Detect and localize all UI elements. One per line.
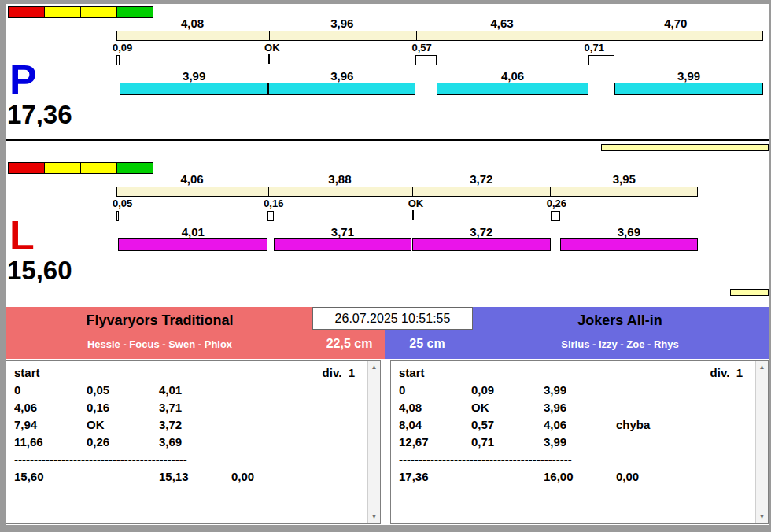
- status-light: [81, 7, 117, 17]
- table-row: 7,94OK3,72: [14, 416, 367, 434]
- table-cell: 4,08: [399, 399, 471, 416]
- table-row: 4,060,163,71: [14, 399, 367, 416]
- progress-bar-top: [601, 144, 769, 151]
- table-cell: [231, 434, 326, 451]
- change-ok-tick: [412, 210, 414, 220]
- table-row: 8,040,574,06chyba: [399, 416, 755, 434]
- table-cell: 8,04: [399, 416, 471, 434]
- status-light: [45, 7, 81, 17]
- change-time-label: 0,05: [113, 198, 132, 209]
- table-header-start: start: [14, 364, 40, 382]
- table-total-cell: 15,60: [14, 468, 87, 486]
- change-error-box: [116, 55, 120, 65]
- table-cell: 11,66: [14, 434, 87, 451]
- split-labels-row: 4,063,883,723,95: [116, 172, 698, 186]
- run-bar: [412, 238, 551, 251]
- results-text: startdiv. 100,054,014,060,163,717,94OK3,…: [6, 361, 367, 523]
- run-bar: [268, 83, 415, 95]
- table-cell: [231, 382, 326, 399]
- table-cell: 3,72: [159, 416, 231, 434]
- jump-height-right: 25 cm: [391, 334, 463, 353]
- results-panel-right[interactable]: startdiv. 100,093,994,08OK3,968,040,574,…: [390, 360, 769, 524]
- lane-total-time: 15,60: [7, 257, 72, 283]
- table-cell: 0: [14, 382, 87, 399]
- datetime-display: 26.07.2025 10:51:55: [312, 307, 473, 330]
- status-light: [81, 163, 117, 173]
- timeline-area: 4,063,883,723,95 0,050,16OK0,26 4,013,71…: [116, 160, 763, 287]
- table-cell: 12,67: [399, 434, 471, 451]
- split-divider: [588, 31, 588, 40]
- table-total-cell: 17,36: [399, 468, 471, 486]
- table-divider-row: ----------------------------------------…: [399, 451, 755, 468]
- change-error-box: [415, 55, 437, 65]
- change-time-label: OK: [264, 42, 280, 54]
- timeline: 4,063,883,723,95 0,050,16OK0,26 4,013,71…: [116, 160, 698, 287]
- table-row: 12,670,713,99: [399, 434, 755, 451]
- table-cell: 3,96: [544, 399, 616, 416]
- change-error-box: [588, 55, 615, 65]
- run-time-label: 4,01: [118, 225, 267, 238]
- split-divider: [416, 31, 417, 40]
- table-row: 11,660,263,69: [14, 434, 367, 451]
- run-bar: [274, 238, 412, 251]
- team-members: Hessie - Focus - Swen - Phlox: [6, 338, 314, 350]
- table-cell: [616, 382, 710, 399]
- table-header-division: div. 1: [323, 364, 355, 382]
- split-divider: [269, 31, 270, 40]
- window-border-bottom: [0, 525, 771, 532]
- results-text: startdiv. 100,093,994,08OK3,968,040,574,…: [391, 361, 755, 523]
- run-labels-row: 4,013,713,723,69: [116, 225, 698, 238]
- change-time-label: 0,09: [113, 42, 132, 54]
- table-header-division: div. 1: [710, 364, 743, 382]
- status-light: [9, 7, 45, 17]
- table-cell: [616, 434, 710, 451]
- split-divider: [550, 187, 551, 196]
- change-error-box: [267, 211, 274, 221]
- table-cell: 3,99: [544, 382, 616, 399]
- change-marks-row: [116, 54, 763, 65]
- table-totals-row: 15,6015,130,00: [14, 468, 367, 486]
- jump-height-left: 22,5 cm: [314, 334, 385, 353]
- table-cell: [231, 399, 326, 416]
- lane-letter: L: [9, 215, 35, 256]
- run-bar: [120, 83, 268, 95]
- vertical-scrollbar[interactable]: ▲ ▼: [367, 361, 380, 523]
- table-cell: 3,69: [159, 434, 231, 451]
- run-bars-row: [116, 83, 763, 95]
- status-light: [45, 163, 81, 173]
- table-total-cell: 15,13: [159, 468, 231, 486]
- table-cell: 0,57: [471, 416, 544, 434]
- table-cell: OK: [471, 399, 544, 416]
- flyball-timing-window: P 17,36 4,083,964,634,70 0,09OK0,570,71 …: [0, 0, 771, 532]
- table-cell: 4,06: [544, 416, 616, 434]
- scroll-up-button[interactable]: ▲: [756, 361, 768, 374]
- change-time-label: 0,26: [547, 198, 566, 209]
- table-header-row: startdiv. 1: [399, 364, 755, 382]
- change-error-box: [551, 211, 560, 221]
- change-marks-row: [116, 210, 698, 221]
- table-cell: chyba: [616, 416, 710, 434]
- table-cell: 7,94: [14, 416, 87, 434]
- scroll-down-button[interactable]: ▼: [368, 511, 380, 523]
- table-row: 00,054,01: [14, 382, 367, 399]
- change-labels-row: 0,050,16OK0,26: [116, 198, 698, 209]
- vertical-scrollbar[interactable]: ▲ ▼: [755, 361, 768, 523]
- run-labels-row: 3,993,964,063,99: [116, 69, 763, 83]
- split-bar: [116, 187, 698, 197]
- run-time-label: 3,69: [560, 225, 698, 238]
- split-time-label: 4,70: [588, 17, 763, 30]
- scroll-up-button[interactable]: ▲: [368, 361, 380, 374]
- change-ok-tick: [268, 54, 270, 64]
- table-header-start: start: [399, 364, 425, 382]
- split-time-label: 3,95: [551, 172, 698, 186]
- lane-p-section: P 17,36 4,083,964,634,70 0,09OK0,570,71 …: [6, 4, 769, 139]
- split-time-label: 3,96: [268, 17, 415, 30]
- table-cell: 3,99: [544, 434, 616, 451]
- run-time-label: 3,71: [274, 225, 412, 238]
- results-panel-left[interactable]: startdiv. 100,054,014,060,163,717,94OK3,…: [6, 360, 381, 524]
- table-cell: 3,71: [159, 399, 231, 416]
- split-bar: [116, 31, 763, 41]
- table-total-cell: 16,00: [544, 468, 616, 486]
- table-cell: 0,71: [471, 434, 544, 451]
- scroll-down-button[interactable]: ▼: [756, 511, 768, 523]
